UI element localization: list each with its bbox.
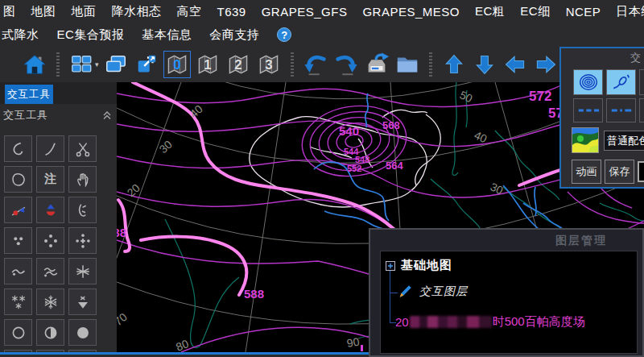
redo-button[interactable]	[332, 50, 361, 79]
circle-half-icon	[42, 324, 60, 342]
layer-tree: 基础地图 交互图层 20 时500百帕高度场	[380, 251, 638, 354]
tool-dots-three[interactable]	[4, 227, 32, 254]
tool-lasso[interactable]	[4, 166, 32, 193]
tool-curve-hook[interactable]	[4, 135, 32, 162]
tool-grid: 注	[4, 135, 97, 352]
tool-circle-open[interactable]	[4, 319, 32, 346]
svg-text:0: 0	[173, 57, 180, 73]
map-view-2-button[interactable]: 2	[225, 51, 252, 78]
window-cascade-button[interactable]	[101, 50, 130, 79]
tool-dots-five[interactable]	[68, 227, 97, 254]
color-scheme-value: 普通配色	[607, 134, 644, 148]
tool-curve-line[interactable]	[36, 135, 64, 162]
draw-ellipse-button[interactable]	[606, 69, 636, 95]
tool-triangle-x[interactable]	[68, 289, 97, 315]
menu-item-GRAPES_MESO[interactable]: GRAPES_MESO	[362, 5, 460, 19]
lat-label-30: 30	[157, 138, 175, 156]
tool-circle-half[interactable]	[36, 319, 64, 346]
animate-button[interactable]: 动画	[572, 160, 601, 184]
line-color-swatch[interactable]	[638, 161, 644, 182]
tree-expand-icon[interactable]	[386, 261, 395, 271]
height-layer-suffix: 时500百帕高度场	[493, 314, 585, 330]
tab-interactive-tools[interactable]: 交互工具	[5, 85, 53, 104]
arrleft-icon	[503, 52, 527, 77]
menu-item-T639[interactable]: T639	[217, 5, 246, 19]
contour-label-572: 572	[529, 89, 551, 104]
animate-label: 动画	[576, 164, 597, 179]
map-view-0-button[interactable]: 0	[163, 51, 191, 78]
map-view-1-button[interactable]: 1	[194, 51, 221, 78]
layer-node-interactive[interactable]: 交互图层	[397, 284, 468, 300]
menu-item-会商支持[interactable]: 会商支持	[209, 27, 259, 43]
menu-bar-second: 式降水EC集合预报基本信息会商支持?	[0, 23, 644, 47]
svg-text:1: 1	[204, 57, 211, 73]
menu-bar-top: 图地图地面降水相态高空T639GRAPES_GFSGRAPES_MESOEC粗E…	[0, 0, 644, 23]
tool-warm-front[interactable]	[4, 197, 32, 223]
line-style-longdash-button[interactable]	[639, 98, 644, 122]
save-button[interactable]: 保存	[605, 160, 634, 184]
lon-label-90: 90	[346, 334, 361, 349]
menu-item-NCEP[interactable]: NCEP	[566, 5, 601, 19]
tool-asterisk[interactable]	[68, 258, 97, 284]
move-up-button[interactable]	[440, 50, 469, 79]
tree-connector-vertical	[390, 271, 390, 322]
dots-three-icon	[10, 232, 27, 250]
line-style-dashed-button[interactable]	[573, 98, 603, 122]
fill-color-button[interactable]	[639, 69, 644, 95]
scissors-icon	[74, 140, 92, 158]
menu-item-日本细网格[interactable]: 日本细网格	[616, 4, 644, 19]
menu-item-EC粗[interactable]: EC粗	[475, 4, 505, 19]
undo-button[interactable]	[301, 50, 330, 79]
layer-node-base-map[interactable]: 基础地图	[386, 258, 452, 273]
move-right-button[interactable]	[531, 50, 560, 79]
window-layout-caret[interactable]: ▾	[95, 60, 99, 68]
collapse-chevron-icon[interactable]	[102, 110, 112, 122]
layer-manager-panel: 图层管理 基础地图 交互图层 20 时500百帕高度场	[369, 228, 644, 357]
tool-scissors[interactable]	[68, 135, 97, 162]
censored-timestamp	[410, 316, 492, 328]
tool-snowflake[interactable]	[36, 289, 64, 315]
menu-item-GRAPES_GFS[interactable]: GRAPES_GFS	[262, 5, 348, 19]
window-expand-button[interactable]	[132, 50, 161, 79]
interactive-layer-label: 交互图层	[419, 284, 468, 299]
tool-circle-filled[interactable]	[68, 319, 97, 346]
help-icon[interactable]: ?	[277, 27, 291, 42]
menu-item-式降水[interactable]: 式降水	[2, 27, 39, 43]
map-view-3-button[interactable]: 3	[255, 51, 283, 78]
menu-item-地图[interactable]: 地图	[31, 4, 56, 19]
toolbar-separator	[56, 52, 60, 77]
draw-contour-rings-button[interactable]	[573, 69, 603, 95]
wave-double-icon	[42, 263, 60, 280]
menu-item-高空[interactable]: 高空	[177, 4, 202, 19]
line-style-dashdot-button[interactable]	[606, 98, 636, 122]
color-scheme-dropdown[interactable]: 普通配色	[604, 131, 644, 151]
tool-dots-four[interactable]	[36, 227, 64, 254]
lat-label-50-right: 50	[458, 88, 475, 105]
snow-cluster-icon	[10, 293, 27, 311]
move-down-button[interactable]	[470, 50, 499, 79]
move-left-button[interactable]	[501, 50, 530, 79]
tool-pan-hand[interactable]	[68, 166, 97, 193]
menu-item-EC集合预报[interactable]: EC集合预报	[57, 27, 125, 43]
wave-single-icon	[10, 263, 27, 280]
tool-wave-single[interactable]	[4, 258, 32, 284]
menu-item-基本信息[interactable]: 基本信息	[142, 27, 192, 43]
menu-item-降水相态[interactable]: 降水相态	[112, 4, 162, 19]
menu-item-地面[interactable]: 地面	[72, 4, 97, 19]
home-button[interactable]	[20, 50, 49, 79]
export-image-button[interactable]	[362, 50, 391, 79]
tool-snow-cluster[interactable]	[4, 289, 32, 315]
undo-icon	[303, 52, 328, 77]
menu-item-EC细[interactable]: EC细	[520, 4, 550, 19]
colormap-thumbnail-button[interactable]	[572, 127, 599, 153]
menu-item-图[interactable]: 图	[3, 4, 16, 19]
contour-label-588: 588	[244, 287, 264, 301]
tool-hook-barbs[interactable]	[68, 197, 97, 223]
window-layout-button[interactable]	[67, 50, 96, 79]
tool-wave-double[interactable]	[36, 258, 64, 284]
lat-label-40-right: 40	[473, 128, 489, 145]
layer-node-height-field[interactable]: 20 时500百帕高度场	[395, 314, 585, 330]
tool-stationary-front[interactable]	[36, 197, 64, 223]
tool-annotate[interactable]: 注	[36, 166, 64, 193]
open-folder-button[interactable]	[393, 50, 422, 79]
